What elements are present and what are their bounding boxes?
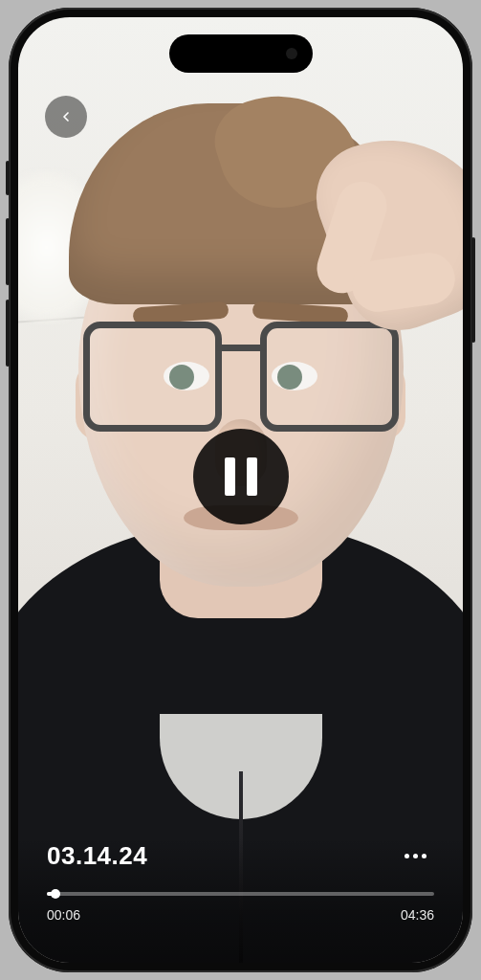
- side-button: [6, 161, 10, 195]
- ellipsis-icon: [404, 854, 409, 858]
- progress-bar[interactable]: [47, 892, 434, 896]
- side-button: [471, 237, 475, 343]
- more-options-button[interactable]: [396, 836, 434, 875]
- progress-handle[interactable]: [51, 889, 60, 899]
- elapsed-time: 00:06: [47, 907, 80, 923]
- phone-frame: 03.14.24 00:06 04:36: [9, 8, 472, 972]
- screen: 03.14.24 00:06 04:36: [18, 17, 463, 963]
- player-controls: 03.14.24 00:06 04:36: [18, 836, 463, 963]
- front-camera-icon: [286, 48, 297, 59]
- video-title: 03.14.24: [47, 841, 147, 871]
- pause-icon: [225, 457, 257, 496]
- back-button[interactable]: [45, 96, 87, 138]
- dynamic-island: [169, 34, 313, 73]
- pause-button[interactable]: [193, 429, 289, 524]
- total-duration: 04:36: [401, 907, 434, 923]
- chevron-left-icon: [58, 109, 74, 124]
- side-button: [6, 218, 10, 285]
- side-button: [6, 300, 10, 367]
